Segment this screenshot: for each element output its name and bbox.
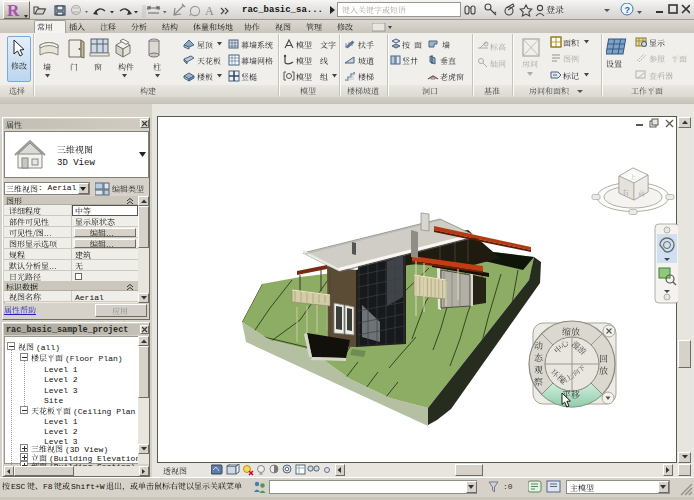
svg-text:R: R [7,2,20,18]
svg-text:?: ? [625,5,631,15]
svg-text:A: A [205,4,214,18]
